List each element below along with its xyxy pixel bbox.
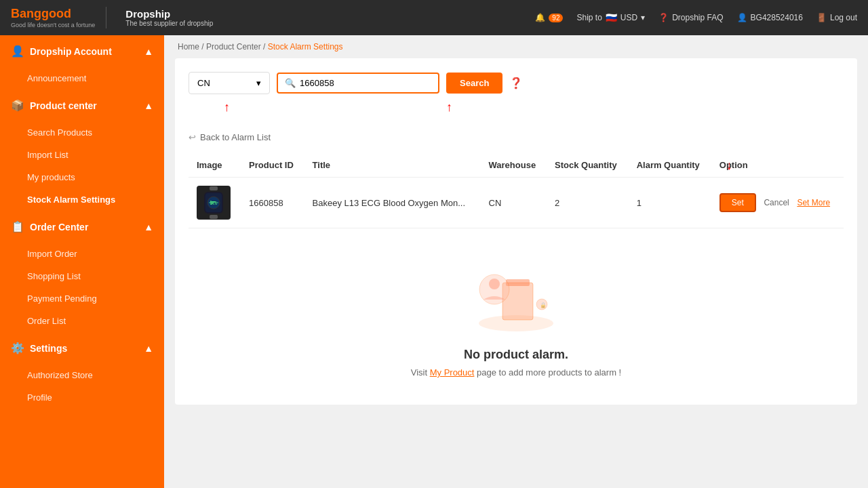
sidebar-item-payment-pending[interactable]: Payment Pending xyxy=(0,287,164,310)
arrow-dropdown-indicator: ↑ xyxy=(224,100,230,115)
logout-label: Log out xyxy=(830,13,857,22)
sidebar-item-profile[interactable]: Profile xyxy=(0,386,164,409)
search-button[interactable]: Search xyxy=(446,73,502,94)
flag-icon: 🇷🇺 xyxy=(606,12,617,23)
dropship-title: Dropship xyxy=(125,8,213,20)
ship-to[interactable]: Ship to 🇷🇺 USD ▾ xyxy=(576,12,645,23)
table-body: ECG 1660858 Bakeey L13 ECG Blood Oxygen … xyxy=(189,178,844,228)
ship-to-label: Ship to xyxy=(576,13,601,22)
cell-title: Bakeey L13 ECG Blood Oxygen Mon... xyxy=(304,178,481,228)
chevron-up-icon-2: ▲ xyxy=(144,100,153,111)
user-account[interactable]: 👤 BG428524016 xyxy=(737,13,803,22)
content-area: CN ▾ 🔍 Search ❓ ↑ ↑ ↩ Back to xyxy=(175,58,857,405)
no-alarm-svg: 🔒 xyxy=(469,256,564,337)
dropship-subtitle: The best supplier of dropship xyxy=(125,20,213,27)
sidebar-section-order-center: 📋 Order Center ▲ Import Order Shopping L… xyxy=(0,211,164,332)
sidebar-item-announcement[interactable]: Announcement xyxy=(0,67,164,89)
logout-icon: 🚪 xyxy=(816,13,827,22)
back-link-label: Back to Alarm List xyxy=(200,132,271,142)
sidebar-section-settings: ⚙️ Settings ▲ Authorized Store Profile xyxy=(0,332,164,409)
svg-text:🔒: 🔒 xyxy=(540,302,547,308)
search-input[interactable] xyxy=(300,78,431,88)
product-image: ECG xyxy=(197,186,231,220)
sidebar-label-settings: Settings xyxy=(30,343,67,354)
no-alarm-illustration: 🔒 xyxy=(469,256,564,337)
top-nav-right: 🔔 92 Ship to 🇷🇺 USD ▾ ❓ Dropship FAQ 👤 B… xyxy=(535,12,857,23)
box-icon: 📦 xyxy=(11,99,24,112)
warehouse-dropdown[interactable]: CN ▾ xyxy=(189,72,270,94)
col-warehouse: Warehouse xyxy=(481,153,547,178)
product-table: Image Product ID Title Warehouse Stock Q… xyxy=(189,153,844,228)
cell-stock-qty: 2 xyxy=(547,178,629,228)
set-button[interactable]: Set xyxy=(719,193,756,212)
notification-bell[interactable]: 🔔 92 xyxy=(535,13,563,22)
chevron-down-icon: ▾ xyxy=(641,13,645,22)
sidebar-item-import-order[interactable]: Import Order xyxy=(0,243,164,265)
breadcrumb-home[interactable]: Home xyxy=(178,42,199,52)
bell-icon: 🔔 xyxy=(535,13,545,22)
my-product-link[interactable]: My Product xyxy=(430,367,475,378)
no-alarm-description: Visit My Product page to add more produc… xyxy=(202,367,830,378)
breadcrumb-product-center[interactable]: Product Center xyxy=(206,42,261,52)
sidebar-header-order-center[interactable]: 📋 Order Center ▲ xyxy=(0,211,164,243)
top-navigation: Banggood Good life doesn't cost a fortun… xyxy=(0,0,868,35)
warehouse-value: CN xyxy=(197,78,210,88)
svg-point-11 xyxy=(489,279,500,289)
set-more-link[interactable]: Set More xyxy=(797,198,830,207)
chevron-up-icon-4: ▲ xyxy=(144,343,153,354)
clipboard-icon: 📋 xyxy=(11,220,24,233)
logo-text: Banggood xyxy=(11,7,95,21)
sidebar-label-dropship-account: Dropship Account xyxy=(30,46,112,57)
sidebar-section-product-center: 📦 Product center ▲ Search Products Impor… xyxy=(0,89,164,211)
faq-label: Dropship FAQ xyxy=(672,13,723,22)
chevron-up-icon-3: ▲ xyxy=(144,222,153,232)
col-alarm-qty: Alarm Quantity xyxy=(629,153,711,178)
search-input-wrap: 🔍 xyxy=(277,73,439,94)
cancel-link[interactable]: Cancel xyxy=(764,198,789,207)
sidebar-header-dropship-account[interactable]: 👤 Dropship Account ▲ xyxy=(0,35,164,67)
svg-rect-0 xyxy=(210,186,218,190)
sidebar-item-import-list[interactable]: Import List xyxy=(0,144,164,166)
sidebar-item-authorized-store[interactable]: Authorized Store xyxy=(0,364,164,386)
svg-rect-9 xyxy=(506,279,530,286)
logout-button[interactable]: 🚪 Log out xyxy=(816,13,857,22)
back-to-alarm-list[interactable]: ↩ Back to Alarm List xyxy=(189,132,844,142)
sidebar-item-order-list[interactable]: Order List xyxy=(0,310,164,332)
watch-svg: ECG xyxy=(200,186,227,219)
user-circle-icon: 👤 xyxy=(11,45,24,58)
main-content: Home / Product Center / Stock Alarm Sett… xyxy=(164,35,868,488)
question-icon: ❓ xyxy=(658,13,669,22)
user-id: BG428524016 xyxy=(751,13,803,22)
sidebar-header-settings[interactable]: ⚙️ Settings ▲ xyxy=(0,332,164,364)
col-title: Title xyxy=(304,153,481,178)
sidebar-item-my-products[interactable]: My products xyxy=(0,166,164,188)
search-section: CN ▾ 🔍 Search ❓ ↑ ↑ xyxy=(189,72,844,94)
sidebar-header-product-center[interactable]: 📦 Product center ▲ xyxy=(0,89,164,121)
search-bar: CN ▾ 🔍 Search ❓ xyxy=(189,72,844,94)
sidebar-item-search-products[interactable]: Search Products xyxy=(0,121,164,144)
table-header: Image Product ID Title Warehouse Stock Q… xyxy=(189,153,844,178)
svg-rect-1 xyxy=(210,215,218,219)
user-icon: 👤 xyxy=(737,13,747,22)
breadcrumb-sep-2: / xyxy=(263,42,268,52)
breadcrumb: Home / Product Center / Stock Alarm Sett… xyxy=(164,35,868,58)
logo: Banggood Good life doesn't cost a fortun… xyxy=(11,7,106,28)
logo-tagline: Good life doesn't cost a fortune xyxy=(11,22,95,28)
sidebar-item-stock-alarm[interactable]: Stock Alarm Settings xyxy=(0,188,164,211)
sidebar: 👤 Dropship Account ▲ Announcement 📦 Prod… xyxy=(0,35,164,488)
cell-alarm-qty: 1 xyxy=(629,178,711,228)
sidebar-label-order-center: Order Center xyxy=(30,222,88,232)
sidebar-item-shopping-list[interactable]: Shopping List xyxy=(0,265,164,287)
dropdown-chevron-icon: ▾ xyxy=(256,78,261,88)
arrow-search-indicator: ↑ xyxy=(446,100,452,115)
sidebar-label-product-center: Product center xyxy=(30,100,97,111)
faq-link[interactable]: ❓ Dropship FAQ xyxy=(658,13,723,22)
currency-label: USD xyxy=(620,13,637,22)
cell-product-id: 1660858 xyxy=(241,178,304,228)
col-product-id: Product ID xyxy=(241,153,304,178)
help-icon[interactable]: ❓ xyxy=(509,77,523,89)
cell-image: ECG xyxy=(189,178,241,228)
no-alarm-section: 🔒 No product alarm. Visit My Product pag… xyxy=(189,228,844,391)
no-alarm-title: No product alarm. xyxy=(202,348,830,362)
table-row: ECG 1660858 Bakeey L13 ECG Blood Oxygen … xyxy=(189,178,844,228)
